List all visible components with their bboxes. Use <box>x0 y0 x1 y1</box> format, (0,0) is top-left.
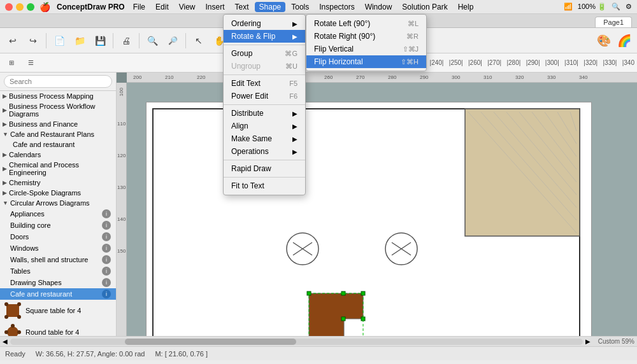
redo-button[interactable]: ↪ <box>24 32 42 50</box>
rotate-flip-submenu: Rotate Left (90°) ⌘L Rotate Right (90°) … <box>306 14 427 71</box>
chevron-right-icon: ▶ <box>3 165 7 172</box>
menu-view[interactable]: View <box>175 2 200 12</box>
sidebar-item-chemistry[interactable]: ▶ Chemistry <box>0 178 116 188</box>
toolbar-sep-4 <box>185 33 186 48</box>
menu-flip-vertical[interactable]: Flip Vertical ⇧⌘J <box>306 43 426 55</box>
subsection-label: Windows <box>10 244 39 252</box>
color-picker-button[interactable]: 🎨 <box>595 32 613 50</box>
scroll-left-button[interactable]: ◀ <box>3 338 8 345</box>
sidebar-sub-drawing-shapes[interactable]: Drawing Shapes i <box>0 277 116 288</box>
menu-item-label: Operations <box>231 147 269 156</box>
scroll-thumb[interactable] <box>125 339 297 345</box>
sidebar-item-circle-spoke[interactable]: ▶ Circle-Spoke Diagrams <box>0 188 116 198</box>
subsection-label: Appliances <box>10 210 45 218</box>
menu-make-same[interactable]: Make Same ▶ <box>224 132 305 145</box>
save-button[interactable]: 💾 <box>91 32 109 50</box>
menu-flip-horizontal[interactable]: Flip Horizontal ⇧⌘H <box>306 55 426 68</box>
canvas-content[interactable] <box>127 83 637 336</box>
theme-button[interactable]: 🌈 <box>615 32 633 50</box>
menu-ungroup[interactable]: Ungroup ⌘U <box>224 60 305 73</box>
grid-toggle[interactable]: ⊞ <box>3 54 20 72</box>
sidebar-sub-walls[interactable]: Walls, shell and structure i <box>0 254 116 265</box>
menu-rotate-right[interactable]: Rotate Right (90°) ⌘R <box>306 30 426 43</box>
sidebar-sub-windows[interactable]: Windows i <box>0 242 116 254</box>
zoom-in-button[interactable]: 🔍 <box>143 32 161 50</box>
zoom-out-button[interactable]: 🔎 <box>164 32 182 50</box>
shape-item-round-table-4[interactable]: Round table for 4 <box>0 321 116 336</box>
pointer-tool[interactable]: ↖ <box>190 32 208 50</box>
svg-point-6 <box>11 324 15 328</box>
shape-item-square-table-4[interactable]: Square table for 4 <box>0 300 116 321</box>
window-controls[interactable] <box>5 3 34 11</box>
search-menubar-icon[interactable]: 🔍 <box>612 3 620 11</box>
list-view[interactable]: ☰ <box>22 54 39 72</box>
close-button[interactable] <box>5 3 13 11</box>
new-button[interactable]: 📄 <box>50 32 68 50</box>
sidebar-item-cafe-and-restaurant[interactable]: Cafe and restaurant <box>0 139 116 150</box>
app-name[interactable]: ConceptDraw PRO <box>57 3 125 11</box>
arrow-icon: ▶ <box>292 33 297 40</box>
canvas-area[interactable]: 200 210 220 230 240 250 260 270 280 290 … <box>117 73 637 336</box>
menu-rotate-flip[interactable]: Rotate & Flip ▶ <box>224 30 305 43</box>
menu-separator <box>224 45 305 45</box>
chevron-right-icon: ▶ <box>3 93 7 99</box>
menu-text[interactable]: Text <box>231 2 254 12</box>
sidebar-item-calendars[interactable]: ▶ Calendars <box>0 150 116 160</box>
scroll-track[interactable] <box>10 339 583 345</box>
sidebar-item-business-process-mapping[interactable]: ▶ Business Process Mapping <box>0 91 116 101</box>
sidebar-item-circular-arrows[interactable]: ▼ Circular Arrows Diagrams <box>0 198 116 208</box>
sidebar-sub-doors[interactable]: Doors i <box>0 231 116 242</box>
menu-solution-park[interactable]: Solution Park <box>397 2 452 12</box>
sidebar-item-chemical[interactable]: ▶ Chemical and Process Engineering <box>0 160 116 178</box>
menu-edit[interactable]: Edit <box>151 2 173 12</box>
menu-power-edit[interactable]: Power Edit F6 <box>224 90 305 102</box>
menu-file[interactable]: File <box>129 2 150 12</box>
minimize-button[interactable] <box>16 3 24 11</box>
sidebar-item-business-finance[interactable]: ▶ Business and Finance <box>0 119 116 129</box>
menu-window[interactable]: Window <box>361 2 397 12</box>
menu-insert[interactable]: Insert <box>201 2 229 12</box>
sidebar: ▶ Business Process Mapping ▶ Business Pr… <box>0 73 117 336</box>
menu-tools[interactable]: Tools <box>287 2 313 12</box>
menu-inspectors[interactable]: Inspectors <box>315 2 359 12</box>
svg-rect-0 <box>6 304 19 317</box>
scroll-right-button[interactable]: ▶ <box>585 338 590 345</box>
toolbar-sep-3 <box>139 33 140 48</box>
menu-fit-to-text[interactable]: Fit to Text <box>224 179 305 192</box>
open-button[interactable]: 📁 <box>71 32 89 50</box>
sidebar-sub-cafe-restaurant[interactable]: Cafe and restaurant i <box>0 288 116 300</box>
menu-separator <box>224 177 305 178</box>
maximize-button[interactable] <box>27 3 34 11</box>
print-button[interactable]: 🖨 <box>117 32 135 50</box>
sidebar-item-cafe-plans[interactable]: ▼ Cafe and Restaurant Plans <box>0 129 116 139</box>
menu-help[interactable]: Help <box>454 2 478 12</box>
sidebar-sub-tables[interactable]: Tables i <box>0 265 116 277</box>
menu-shape[interactable]: Shape <box>255 2 286 12</box>
menu-align[interactable]: Align ▶ <box>224 120 305 132</box>
horizontal-scrollbar[interactable]: ◀ ▶ Custom 59% <box>0 336 637 346</box>
sidebar-sub-building-core[interactable]: Building core i <box>0 220 116 231</box>
sidebar-label: Chemical and Process Engineering <box>9 161 113 176</box>
menu-edit-text[interactable]: Edit Text F5 <box>224 77 305 90</box>
search-input[interactable] <box>4 75 112 88</box>
mouse-coords: M: [ 21.60, 0.76 ] <box>155 350 208 358</box>
control-center-icon[interactable]: ⚙ <box>626 3 632 11</box>
menu-operations[interactable]: Operations ▶ <box>224 145 305 158</box>
menu-ordering[interactable]: Ordering ▶ <box>224 17 305 30</box>
sidebar-label: Business and Finance <box>9 120 78 128</box>
undo-button[interactable]: ↩ <box>4 32 22 50</box>
menu-distribute[interactable]: Distribute ▶ <box>224 107 305 120</box>
tab-page1[interactable]: Page1 <box>595 17 632 27</box>
sidebar-item-business-workflow[interactable]: ▶ Business Process Workflow Diagrams <box>0 101 116 119</box>
menu-item-label: Align <box>231 122 248 130</box>
menu-group[interactable]: Group ⌘G <box>224 47 305 60</box>
square-table-4-icon <box>4 302 22 319</box>
sidebar-sub-appliances[interactable]: Appliances i <box>0 208 116 220</box>
shape-label: Square table for 4 <box>25 307 81 314</box>
chevron-down-icon: ▼ <box>3 131 8 137</box>
apple-menu[interactable]: 🍎 <box>39 2 50 12</box>
arrow-icon: ▶ <box>292 148 297 155</box>
menu-rotate-left[interactable]: Rotate Left (90°) ⌘L <box>306 17 426 30</box>
menu-rapid-draw[interactable]: Rapid Draw <box>224 162 305 175</box>
subsection-label: Cafe and restaurant <box>10 290 72 298</box>
